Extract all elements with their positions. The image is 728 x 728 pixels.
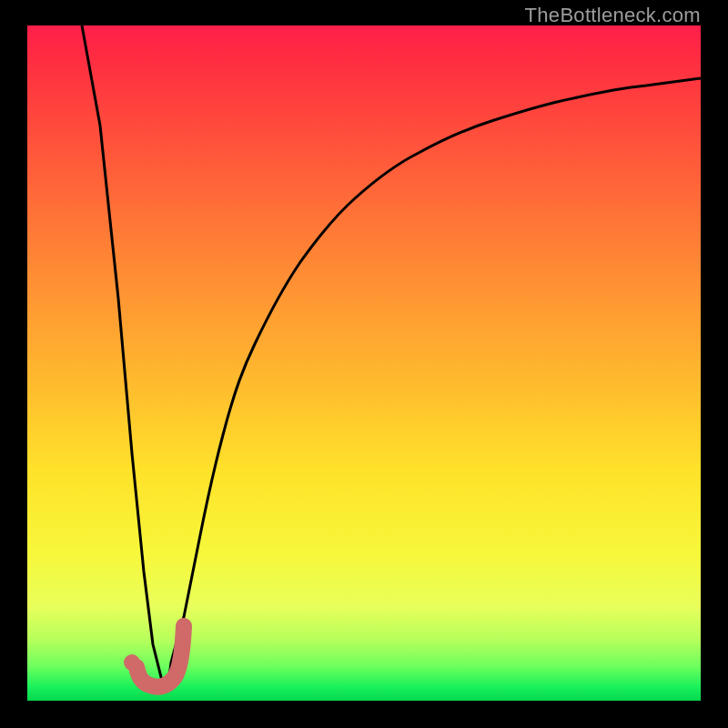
watermark-text: TheBottleneck.com (525, 4, 701, 27)
bottleneck-curve (82, 25, 701, 683)
j-marker-dot (124, 654, 140, 671)
plot-area (27, 25, 701, 701)
curve-layer (27, 25, 701, 701)
chart-frame: TheBottleneck.com (0, 0, 728, 728)
